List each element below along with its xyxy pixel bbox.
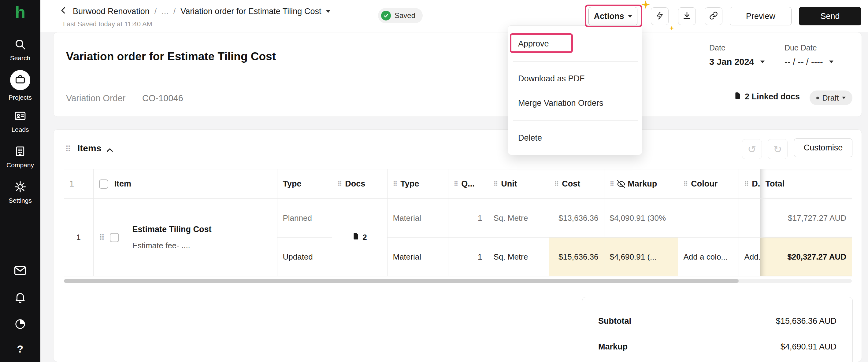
header-markup[interactable]: ⠿ Markup [604,169,678,199]
table-row-planned: 1 ⠿ Estimate Tiling Cost Estimate fee- .… [64,199,852,237]
header-total: Total [760,169,852,199]
undo-button[interactable]: ↺ [742,139,762,159]
cell-colour-planned[interactable] [678,199,739,237]
search-icon [14,38,27,51]
sidebar-item-projects[interactable]: Projects [0,70,40,101]
mail-icon [13,264,27,278]
undo-icon: ↺ [747,143,756,155]
header-qty[interactable]: ⠿Q... [448,169,488,199]
redo-icon: ↻ [773,143,782,155]
linked-docs-label: 2 Linked docs [745,92,800,101]
breadcrumb-current[interactable]: Variation order for Estimate Tiling Cost [181,7,321,16]
cell-material-planned[interactable]: Material [387,199,448,237]
drag-handle-icon[interactable]: ⠿ [494,181,498,187]
breadcrumb-project[interactable]: Burwood Renovation [73,7,150,16]
item-title[interactable]: Estimate Tiling Cost [132,225,212,234]
send-button[interactable]: Send [799,7,861,25]
menu-item-merge[interactable]: Merge Variation Orders [518,98,603,108]
select-all-checkbox[interactable] [99,179,108,189]
app-logo[interactable]: h [0,2,40,22]
sidebar-mail-button[interactable] [0,264,40,278]
cell-type-planned[interactable]: Planned [277,199,332,237]
cell-unit-updated[interactable]: Sq. Metre [488,237,549,276]
sidebar-item-settings[interactable]: Settings [0,180,40,204]
summary-row-markup: Markup $4,690.91 AUD [598,334,837,360]
header-type2-label: Type [400,179,419,189]
chevron-down-icon[interactable] [326,10,330,13]
horizontal-scrollbar-track [64,279,852,283]
items-card: ⠿ Items ↺ ↻ Customise 1 [53,129,862,362]
drag-handle-icon[interactable]: ⠿ [684,181,688,187]
drag-handle-icon[interactable]: ⠿ [555,181,559,187]
back-icon[interactable] [59,6,68,17]
header-qty-label: Q... [461,179,475,189]
cell-discount-updated[interactable]: Add... [739,237,760,276]
chevron-up-icon[interactable] [105,146,114,156]
menu-item-download-pdf[interactable]: Download as PDF [518,74,585,84]
linked-docs-button[interactable]: 2 Linked docs [734,92,800,102]
cell-docs[interactable]: 2 [332,199,387,276]
redo-button[interactable]: ↻ [768,139,787,159]
totals-summary-box: Subtotal $15,636.36 AUD Markup $4,690.91… [582,297,853,362]
quick-actions-button[interactable] [651,7,669,25]
company-icon [14,145,27,158]
sidebar-usage-button[interactable] [0,318,40,331]
sidebar-notifications-button[interactable] [0,291,40,305]
drag-handle-icon[interactable]: ⠿ [393,181,398,187]
sidebar-help-button[interactable]: ? [0,343,40,355]
document-type-label: Variation Order [66,93,126,103]
cell-material-updated[interactable]: Material [387,237,448,276]
cell-qty-updated[interactable]: 1 [448,237,488,276]
bell-icon [14,291,27,305]
sidebar-item-company[interactable]: Company [0,145,40,169]
header-docs[interactable]: ⠿Docs [332,169,387,199]
row-checkbox[interactable] [110,233,119,242]
document-header-card: Variation order for Estimate Tiling Cost… [53,32,862,117]
due-date-label: Due Date [784,43,817,52]
download-button[interactable] [678,7,696,25]
cell-cost-planned[interactable]: $13,636.36 [549,199,604,237]
header-markup-label: Markup [628,179,657,189]
date-picker[interactable]: 3 Jan 2024 [709,57,765,67]
drag-handle-icon[interactable]: ⠿ [744,181,749,187]
drag-handle-icon[interactable]: ⠿ [338,181,342,187]
header-colour-label: Colour [691,179,717,189]
cell-total-planned: $17,727.27 AUD [760,199,852,237]
menu-item-delete[interactable]: Delete [518,133,542,143]
drag-handle-icon[interactable]: ⠿ [99,234,105,241]
sidebar-item-search[interactable]: Search [0,38,40,62]
drag-handle-icon[interactable]: ⠿ [65,145,71,153]
cell-discount-planned[interactable] [739,199,760,237]
status-badge[interactable]: Draft [810,91,852,105]
help-icon: ? [17,343,24,355]
sidebar-item-label: Settings [8,197,32,204]
drag-handle-icon[interactable]: ⠿ [610,181,615,187]
header-colour[interactable]: ⠿Colour [678,169,739,199]
header-cost[interactable]: ⠿Cost [549,169,604,199]
cell-cost-updated[interactable]: $15,636.36 [549,237,604,276]
breadcrumb-ellipsis[interactable]: ... [161,7,168,16]
cell-colour-updated[interactable]: Add a colo... [678,237,739,276]
sidebar-item-leads[interactable]: Leads [0,109,40,133]
breadcrumb-separator: / [174,7,176,16]
copy-link-button[interactable] [705,7,722,25]
subtotal-value: $15,636.36 AUD [776,317,837,326]
drag-handle-icon[interactable]: ⠿ [454,181,459,187]
header-type2[interactable]: ⠿Type [387,169,448,199]
preview-button[interactable]: Preview [730,7,792,25]
header-discount[interactable]: ⠿D... [739,169,760,199]
horizontal-scrollbar-thumb[interactable] [64,279,739,283]
due-date-picker[interactable]: -- / -- / ---- [784,57,833,67]
cell-markup-updated[interactable]: $4,690.91 (... [604,237,678,276]
cell-type-updated[interactable]: Updated [277,237,332,276]
divider [513,61,638,62]
table-header-row: 1 Item Type ⠿Docs ⠿Type ⠿Q... ⠿Unit ⠿Cos… [64,169,852,199]
cell-qty-planned[interactable]: 1 [448,199,488,237]
item-subtitle[interactable]: Estimate fee- .... [132,241,212,251]
cell-unit-planned[interactable]: Sq. Metre [488,199,549,237]
header-unit[interactable]: ⠿Unit [488,169,549,199]
customise-button[interactable]: Customise [794,138,852,157]
cell-markup-planned[interactable]: $4,090.91 (30% [604,199,678,237]
divider [54,78,862,78]
customise-button-label: Customise [804,143,843,153]
